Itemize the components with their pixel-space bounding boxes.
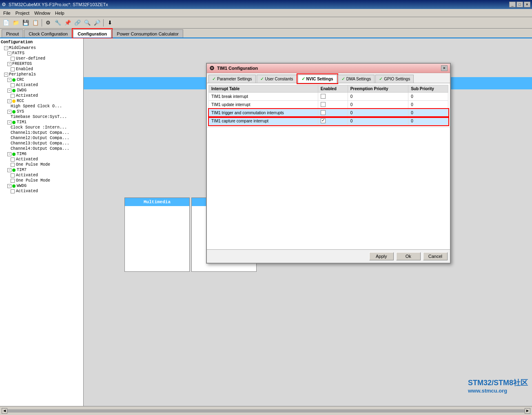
dialog-tab-user-constants[interactable]: ✓ User Constants <box>257 75 297 83</box>
tree-tim1-ch4[interactable]: Channel4:Output Compa... <box>1 146 82 151</box>
tree-rcc[interactable]: - RCC <box>1 98 82 104</box>
maximize-button[interactable]: □ <box>516 2 523 7</box>
expand-icon: - <box>7 168 11 172</box>
main-tab-bar: Pinout Clock Configuration Configuration… <box>0 29 532 38</box>
tree-crc-activated[interactable]: Activated <box>1 82 82 88</box>
save-button[interactable]: 💾 <box>21 18 30 27</box>
status-dot-green <box>12 89 16 92</box>
enabled-checkbox-2[interactable] <box>321 110 326 115</box>
dialog-tab-nvic[interactable]: ✓ NVIC Settings <box>298 75 337 83</box>
enabled-checkbox-3[interactable] <box>321 118 326 123</box>
window-title: STM32CubeMX YS-F1Pro.ioc*: STM32F103ZETx <box>9 2 108 7</box>
scroll-right-button[interactable]: ▶ <box>525 408 530 414</box>
status-dot-green <box>12 121 16 124</box>
tree-crc[interactable]: - CRC <box>1 77 82 82</box>
tree-tim7[interactable]: - TIM7 <box>1 167 82 173</box>
menu-bar: File Project Window Help <box>0 9 532 17</box>
ok-button[interactable]: Ok <box>396 252 421 260</box>
multimedia-section: Multimedia <box>124 198 190 272</box>
tab-pinout[interactable]: Pinout <box>2 29 23 38</box>
checkbox-iwdg-activated[interactable] <box>11 94 15 98</box>
tree-tim1-ch2[interactable]: Channel2:Output Compa... <box>1 135 82 141</box>
apply-button[interactable]: Apply <box>369 252 394 260</box>
enabled-cell <box>318 93 348 101</box>
enabled-checkbox-0[interactable] <box>321 94 326 99</box>
preemption-cell: 0 <box>348 109 408 117</box>
checkbox-userdefined[interactable] <box>11 57 15 61</box>
sub-cell: 0 <box>408 117 448 125</box>
tree-rcc-hsc[interactable]: High Speed Clock O... <box>1 104 82 109</box>
tree-tim7-opm[interactable]: One Pulse Mode <box>1 178 82 183</box>
minimize-button[interactable]: _ <box>509 2 516 7</box>
tool3-button[interactable]: 📌 <box>63 18 72 27</box>
nvic-table-header: Interrupt Table Enabled Preemption Prior… <box>209 85 448 93</box>
expand-icon: - <box>7 120 11 124</box>
tab-check-icon: ✓ <box>260 76 264 82</box>
checkbox-tim6-activated[interactable] <box>11 158 15 162</box>
new-button[interactable]: 📄 <box>2 18 11 27</box>
tree-sys-timebase[interactable]: Timebase Source:SysT... <box>1 114 82 120</box>
title-bar: ⚙ STM32CubeMX YS-F1Pro.ioc*: STM32F103ZE… <box>0 0 532 9</box>
tree-middlewares[interactable]: - Middlewares <box>1 45 82 51</box>
dialog-title-left: ⚙ TIM1 Configuration <box>209 65 258 71</box>
close-button[interactable]: ✕ <box>524 2 530 7</box>
tree-iwdg-activated[interactable]: Activated <box>1 93 82 98</box>
menu-project[interactable]: Project <box>13 10 32 16</box>
checkbox-enabled[interactable] <box>11 67 15 71</box>
checkbox-wwdg-activated[interactable] <box>11 189 15 193</box>
dialog-close-button[interactable]: ✕ <box>441 65 448 71</box>
menu-help[interactable]: Help <box>53 10 67 16</box>
checkbox-tim6-opm[interactable] <box>11 163 15 167</box>
dialog-empty-area <box>207 127 450 249</box>
tree-peripherals[interactable]: - Peripherals <box>1 72 82 77</box>
tree-title: Configuration <box>1 39 82 45</box>
checkbox-tim7-activated[interactable] <box>11 173 15 178</box>
dialog-tab-dma[interactable]: ✓ DMA Settings <box>338 75 375 83</box>
scroll-track[interactable] <box>7 409 525 413</box>
tree-tim1-ch1[interactable]: Channel1:Output Compa... <box>1 130 82 135</box>
tree-tim6[interactable]: - TIM6 <box>1 151 82 157</box>
tree-tim6-activated[interactable]: Activated <box>1 157 82 162</box>
tool5-button[interactable]: 🔍 <box>83 18 92 27</box>
preemption-cell: 0 <box>348 117 408 125</box>
tree-tim1-ch3[interactable]: Channel3:Output Compa... <box>1 141 82 146</box>
tree-fatfs-userdefined[interactable]: User-defined <box>1 56 82 61</box>
settings-button[interactable]: 🔧 <box>53 18 62 27</box>
tree-freertos-enabled[interactable]: Enabled <box>1 67 82 72</box>
dialog-tab-gpio[interactable]: ✓ GPIO Settings <box>375 75 414 83</box>
tree-tim1-clock[interactable]: Clock Source :Intern... <box>1 125 82 130</box>
tab-clock[interactable]: Clock Configuration <box>24 29 72 38</box>
enabled-checkbox-1[interactable] <box>321 102 326 107</box>
tree-fatfs[interactable]: - FATFS <box>1 51 82 56</box>
tab-power[interactable]: Power Consumption Calculator <box>112 29 183 38</box>
tab-configuration[interactable]: Configuration <box>73 29 111 38</box>
multimedia-header: Multimedia <box>125 198 189 206</box>
tree-tim7-activated[interactable]: Activated <box>1 173 82 178</box>
status-dot-yellow <box>12 100 16 103</box>
menu-window[interactable]: Window <box>32 10 53 16</box>
tree-wwdg-activated[interactable]: Activated <box>1 189 82 194</box>
open-button[interactable]: 📁 <box>11 18 20 27</box>
tree-tim6-opm[interactable]: One Pulse Mode <box>1 162 82 167</box>
cancel-button[interactable]: Cancel <box>423 252 448 260</box>
checkbox-tim7-opm[interactable] <box>11 179 15 183</box>
dialog-tab-parameters[interactable]: ✓ Parameter Settings <box>208 75 256 83</box>
tree-iwdg[interactable]: - IWDG <box>1 88 82 93</box>
expand-icon: - <box>7 78 11 82</box>
tool4-button[interactable]: 🔗 <box>73 18 82 27</box>
menu-file[interactable]: File <box>1 10 13 16</box>
window-controls: _ □ ✕ <box>509 2 530 7</box>
download-button[interactable]: ⬇ <box>105 18 114 27</box>
tree-tim1[interactable]: - TIM1 <box>1 120 82 125</box>
tree-wwdg[interactable]: - WWDG <box>1 183 82 189</box>
checkbox-crc-activated[interactable] <box>11 83 15 87</box>
toolbar: 📄 📁 💾 📋 ⚙ 🔧 📌 🔗 🔍 🔎 ⬇ <box>0 17 532 29</box>
enabled-cell <box>318 109 348 117</box>
generate-button[interactable]: ⚙ <box>44 18 53 27</box>
scroll-left-button[interactable]: ◀ <box>2 408 7 414</box>
tree-sys[interactable]: - SYS <box>1 109 82 114</box>
interrupt-name: TIM1 capture compare interrupt <box>209 117 318 125</box>
save2-button[interactable]: 📋 <box>31 18 40 27</box>
tree-freertos[interactable]: - FREERTOS <box>1 61 82 67</box>
tool6-button[interactable]: 🔎 <box>93 18 102 27</box>
